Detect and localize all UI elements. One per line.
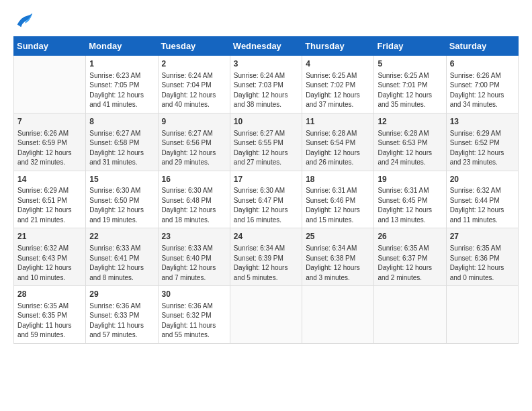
page-header: [13, 13, 519, 30]
day-info: Sunrise: 6:23 AM Sunset: 7:05 PM Dayligh…: [89, 71, 154, 110]
calendar-header-row: SundayMondayTuesdayWednesdayThursdayFrid…: [14, 37, 519, 56]
calendar-cell: 13Sunrise: 6:29 AM Sunset: 6:52 PM Dayli…: [446, 113, 518, 171]
calendar-table: SundayMondayTuesdayWednesdayThursdayFrid…: [13, 36, 519, 344]
calendar-cell: 5Sunrise: 6:25 AM Sunset: 7:01 PM Daylig…: [374, 56, 446, 113]
day-info: Sunrise: 6:34 AM Sunset: 6:38 PM Dayligh…: [306, 244, 370, 283]
calendar-cell: 2Sunrise: 6:24 AM Sunset: 7:04 PM Daylig…: [158, 56, 230, 113]
day-number: 27: [450, 231, 515, 242]
weekday-header-friday: Friday: [374, 37, 446, 56]
weekday-header-wednesday: Wednesday: [230, 37, 302, 56]
calendar-cell: 29Sunrise: 6:36 AM Sunset: 6:33 PM Dayli…: [86, 286, 158, 344]
day-number: 5: [378, 58, 442, 70]
calendar-cell: 25Sunrise: 6:34 AM Sunset: 6:38 PM Dayli…: [302, 228, 374, 286]
calendar-cell: 12Sunrise: 6:28 AM Sunset: 6:53 PM Dayli…: [374, 113, 446, 171]
calendar-cell: [230, 286, 302, 344]
day-number: 19: [378, 174, 442, 185]
calendar-cell: 16Sunrise: 6:30 AM Sunset: 6:48 PM Dayli…: [158, 171, 230, 228]
calendar-cell: 6Sunrise: 6:26 AM Sunset: 7:00 PM Daylig…: [446, 56, 518, 113]
calendar-cell: [302, 286, 374, 344]
calendar-cell: 8Sunrise: 6:27 AM Sunset: 6:58 PM Daylig…: [86, 113, 158, 171]
logo-bird-icon: [15, 11, 34, 30]
calendar-week-row: 21Sunrise: 6:32 AM Sunset: 6:43 PM Dayli…: [14, 228, 519, 286]
day-info: Sunrise: 6:34 AM Sunset: 6:39 PM Dayligh…: [234, 244, 298, 283]
day-number: 26: [378, 231, 442, 242]
day-number: 25: [306, 231, 370, 242]
day-info: Sunrise: 6:29 AM Sunset: 6:52 PM Dayligh…: [450, 129, 515, 168]
calendar-cell: [446, 286, 518, 344]
calendar-cell: 14Sunrise: 6:29 AM Sunset: 6:51 PM Dayli…: [14, 171, 86, 228]
day-info: Sunrise: 6:24 AM Sunset: 7:03 PM Dayligh…: [234, 71, 298, 110]
calendar-cell: 11Sunrise: 6:28 AM Sunset: 6:54 PM Dayli…: [302, 113, 374, 171]
day-number: 28: [17, 289, 82, 300]
calendar-cell: 4Sunrise: 6:25 AM Sunset: 7:02 PM Daylig…: [302, 56, 374, 113]
day-number: 9: [162, 116, 226, 128]
day-info: Sunrise: 6:30 AM Sunset: 6:48 PM Dayligh…: [162, 186, 226, 225]
day-info: Sunrise: 6:30 AM Sunset: 6:50 PM Dayligh…: [89, 186, 154, 225]
day-info: Sunrise: 6:27 AM Sunset: 6:58 PM Dayligh…: [89, 129, 154, 168]
day-number: 29: [89, 289, 154, 300]
calendar-cell: 24Sunrise: 6:34 AM Sunset: 6:39 PM Dayli…: [230, 228, 302, 286]
weekday-header-sunday: Sunday: [14, 37, 86, 56]
day-number: 21: [17, 231, 82, 242]
weekday-header-monday: Monday: [86, 37, 158, 56]
day-info: Sunrise: 6:36 AM Sunset: 6:33 PM Dayligh…: [89, 302, 154, 340]
calendar-cell: 3Sunrise: 6:24 AM Sunset: 7:03 PM Daylig…: [230, 56, 302, 113]
day-number: 13: [450, 116, 515, 128]
day-number: 22: [89, 231, 154, 242]
day-number: 8: [89, 116, 154, 128]
day-info: Sunrise: 6:24 AM Sunset: 7:04 PM Dayligh…: [162, 71, 226, 110]
day-number: 17: [234, 174, 298, 185]
calendar-cell: 30Sunrise: 6:36 AM Sunset: 6:32 PM Dayli…: [158, 286, 230, 344]
day-info: Sunrise: 6:36 AM Sunset: 6:32 PM Dayligh…: [162, 302, 226, 340]
calendar-cell: 9Sunrise: 6:27 AM Sunset: 6:56 PM Daylig…: [158, 113, 230, 171]
day-info: Sunrise: 6:28 AM Sunset: 6:53 PM Dayligh…: [378, 129, 442, 168]
day-number: 4: [306, 58, 370, 70]
calendar-cell: 10Sunrise: 6:27 AM Sunset: 6:55 PM Dayli…: [230, 113, 302, 171]
day-number: 24: [234, 231, 298, 242]
day-info: Sunrise: 6:26 AM Sunset: 7:00 PM Dayligh…: [450, 71, 515, 110]
day-info: Sunrise: 6:32 AM Sunset: 6:43 PM Dayligh…: [17, 244, 82, 283]
calendar-cell: 1Sunrise: 6:23 AM Sunset: 7:05 PM Daylig…: [86, 56, 158, 113]
calendar-cell: 20Sunrise: 6:32 AM Sunset: 6:44 PM Dayli…: [446, 171, 518, 228]
day-number: 2: [162, 58, 226, 70]
day-info: Sunrise: 6:31 AM Sunset: 6:46 PM Dayligh…: [306, 186, 370, 225]
calendar-cell: 17Sunrise: 6:30 AM Sunset: 6:47 PM Dayli…: [230, 171, 302, 228]
calendar-week-row: 14Sunrise: 6:29 AM Sunset: 6:51 PM Dayli…: [14, 171, 519, 228]
weekday-header-tuesday: Tuesday: [158, 37, 230, 56]
day-info: Sunrise: 6:27 AM Sunset: 6:55 PM Dayligh…: [234, 129, 298, 168]
day-number: 3: [234, 58, 298, 70]
calendar-cell: 15Sunrise: 6:30 AM Sunset: 6:50 PM Dayli…: [86, 171, 158, 228]
calendar-week-row: 28Sunrise: 6:35 AM Sunset: 6:35 PM Dayli…: [14, 286, 519, 344]
day-info: Sunrise: 6:35 AM Sunset: 6:36 PM Dayligh…: [450, 244, 515, 283]
day-info: Sunrise: 6:30 AM Sunset: 6:47 PM Dayligh…: [234, 186, 298, 225]
day-info: Sunrise: 6:25 AM Sunset: 7:02 PM Dayligh…: [306, 71, 370, 110]
day-number: 11: [306, 116, 370, 128]
day-number: 12: [378, 116, 442, 128]
day-number: 20: [450, 174, 515, 185]
day-number: 16: [162, 174, 226, 185]
day-number: 30: [162, 289, 226, 300]
calendar-cell: 21Sunrise: 6:32 AM Sunset: 6:43 PM Dayli…: [14, 228, 86, 286]
day-info: Sunrise: 6:33 AM Sunset: 6:40 PM Dayligh…: [162, 244, 226, 283]
calendar-cell: 26Sunrise: 6:35 AM Sunset: 6:37 PM Dayli…: [374, 228, 446, 286]
calendar-cell: 28Sunrise: 6:35 AM Sunset: 6:35 PM Dayli…: [14, 286, 86, 344]
day-info: Sunrise: 6:31 AM Sunset: 6:45 PM Dayligh…: [378, 186, 442, 225]
day-number: 6: [450, 58, 515, 70]
calendar-cell: 7Sunrise: 6:26 AM Sunset: 6:59 PM Daylig…: [14, 113, 86, 171]
calendar-cell: 18Sunrise: 6:31 AM Sunset: 6:46 PM Dayli…: [302, 171, 374, 228]
calendar-cell: 23Sunrise: 6:33 AM Sunset: 6:40 PM Dayli…: [158, 228, 230, 286]
calendar-cell: 19Sunrise: 6:31 AM Sunset: 6:45 PM Dayli…: [374, 171, 446, 228]
calendar-week-row: 1Sunrise: 6:23 AM Sunset: 7:05 PM Daylig…: [14, 56, 519, 113]
day-info: Sunrise: 6:33 AM Sunset: 6:41 PM Dayligh…: [89, 244, 154, 283]
day-info: Sunrise: 6:26 AM Sunset: 6:59 PM Dayligh…: [17, 129, 82, 168]
day-number: 15: [89, 174, 154, 185]
weekday-header-thursday: Thursday: [302, 37, 374, 56]
calendar-cell: [14, 56, 86, 113]
calendar-cell: 22Sunrise: 6:33 AM Sunset: 6:41 PM Dayli…: [86, 228, 158, 286]
calendar-cell: [374, 286, 446, 344]
day-info: Sunrise: 6:25 AM Sunset: 7:01 PM Dayligh…: [378, 71, 442, 110]
day-number: 14: [17, 174, 82, 185]
day-info: Sunrise: 6:29 AM Sunset: 6:51 PM Dayligh…: [17, 186, 82, 225]
weekday-header-saturday: Saturday: [446, 37, 518, 56]
calendar-week-row: 7Sunrise: 6:26 AM Sunset: 6:59 PM Daylig…: [14, 113, 519, 171]
